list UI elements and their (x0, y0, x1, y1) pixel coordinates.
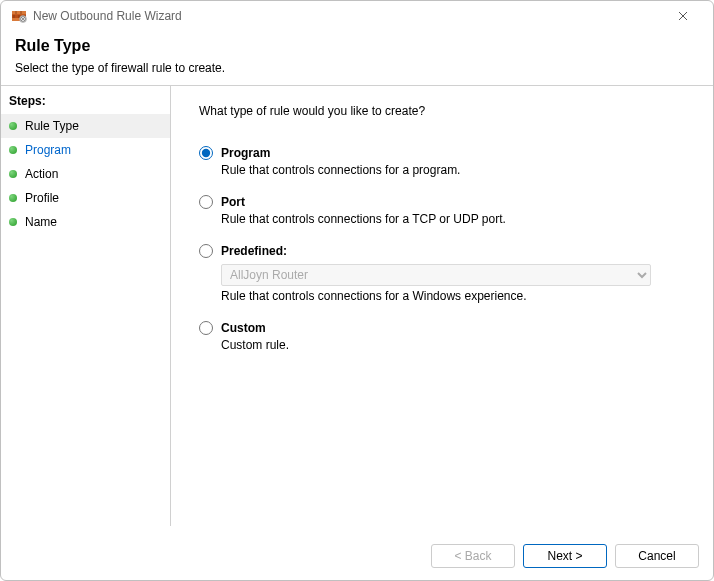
sidebar-step-name: Name (1, 210, 170, 234)
wizard-footer: < Back Next > Cancel (1, 532, 713, 580)
option-desc: Rule that controls connections for a Win… (221, 289, 685, 303)
step-bullet-icon (9, 170, 17, 178)
titlebar: New Outbound Rule Wizard (1, 1, 713, 31)
back-button: < Back (431, 544, 515, 568)
wizard-header: Rule Type Select the type of firewall ru… (1, 31, 713, 85)
option-port: PortRule that controls connections for a… (199, 195, 685, 226)
radio-custom[interactable] (199, 321, 213, 335)
option-label: Port (221, 195, 245, 209)
steps-label: Steps: (1, 92, 170, 114)
sidebar-step-program[interactable]: Program (1, 138, 170, 162)
window-title: New Outbound Rule Wizard (33, 9, 663, 23)
option-custom: CustomCustom rule. (199, 321, 685, 352)
content-pane: What type of rule would you like to crea… (171, 86, 713, 526)
svg-rect-1 (12, 11, 26, 14)
sidebar-step-profile: Profile (1, 186, 170, 210)
option-label: Program (221, 146, 270, 160)
option-desc: Custom rule. (221, 338, 685, 352)
option-row-port[interactable]: Port (199, 195, 685, 209)
prompt-text: What type of rule would you like to crea… (199, 104, 685, 118)
radio-program[interactable] (199, 146, 213, 160)
next-button[interactable]: Next > (523, 544, 607, 568)
step-bullet-icon (9, 146, 17, 154)
option-program: ProgramRule that controls connections fo… (199, 146, 685, 177)
close-button[interactable] (663, 2, 703, 30)
firewall-icon (11, 8, 27, 24)
page-title: Rule Type (15, 37, 699, 55)
option-row-program[interactable]: Program (199, 146, 685, 160)
radio-port[interactable] (199, 195, 213, 209)
sidebar-step-rule-type: Rule Type (1, 114, 170, 138)
cancel-button[interactable]: Cancel (615, 544, 699, 568)
predefined-select: AllJoyn Router (221, 264, 651, 286)
step-label: Name (25, 215, 57, 229)
option-predefined: Predefined:AllJoyn RouterRule that contr… (199, 244, 685, 303)
option-row-custom[interactable]: Custom (199, 321, 685, 335)
step-label: Rule Type (25, 119, 79, 133)
option-label: Custom (221, 321, 266, 335)
option-desc: Rule that controls connections for a TCP… (221, 212, 685, 226)
step-bullet-icon (9, 194, 17, 202)
sidebar-step-action: Action (1, 162, 170, 186)
step-label: Profile (25, 191, 59, 205)
step-label: Program (25, 143, 71, 157)
option-row-predefined[interactable]: Predefined: (199, 244, 685, 258)
option-label: Predefined: (221, 244, 287, 258)
page-subheading: Select the type of firewall rule to crea… (15, 61, 699, 75)
step-bullet-icon (9, 122, 17, 130)
step-bullet-icon (9, 218, 17, 226)
radio-predefined[interactable] (199, 244, 213, 258)
steps-sidebar: Steps: Rule TypeProgramActionProfileName (1, 86, 171, 526)
option-desc: Rule that controls connections for a pro… (221, 163, 685, 177)
step-label: Action (25, 167, 58, 181)
